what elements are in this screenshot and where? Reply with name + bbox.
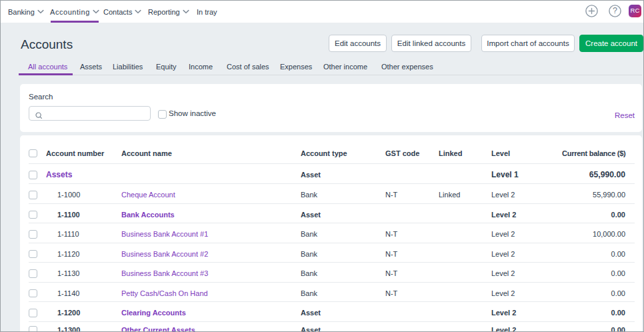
svg-text:?: ? bbox=[613, 6, 617, 15]
